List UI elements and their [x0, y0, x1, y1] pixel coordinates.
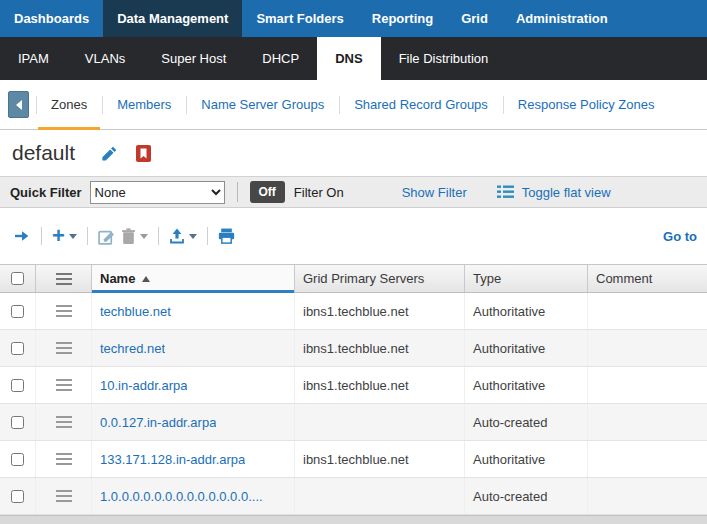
row-checkbox-cell	[0, 404, 36, 440]
subnav-dns[interactable]: DNS	[317, 37, 380, 80]
page-title: default	[12, 141, 75, 165]
nav-dashboards[interactable]: Dashboards	[0, 0, 103, 37]
row-checkbox-cell	[0, 367, 36, 403]
cell-comment	[588, 478, 707, 514]
subnav-ipam[interactable]: IPAM	[0, 37, 67, 80]
row-checkbox-cell	[0, 330, 36, 366]
column-header-name[interactable]: Name	[92, 265, 295, 292]
nav-smart-folders[interactable]: Smart Folders	[242, 0, 357, 37]
forward-arrow-button[interactable]	[13, 228, 31, 244]
goto-link[interactable]: Go to	[663, 229, 697, 244]
zone-link[interactable]: 1.0.0.0.0.0.0.0.0.0.0.0.0.0....	[100, 489, 263, 504]
edit-button[interactable]	[98, 228, 115, 245]
row-checkbox[interactable]	[11, 342, 24, 355]
row-menu-icon[interactable]	[56, 453, 72, 465]
cell-name: 0.0.127.in-addr.arpa	[92, 404, 295, 440]
subnav-dhcp[interactable]: DHCP	[244, 37, 317, 80]
row-checkbox[interactable]	[11, 379, 24, 392]
subnav-super-host[interactable]: Super Host	[143, 37, 244, 80]
export-button[interactable]	[169, 228, 197, 244]
row-checkbox-cell	[0, 478, 36, 514]
row-checkbox[interactable]	[11, 453, 24, 466]
table-row[interactable]: techred.net ibns1.techblue.net Authorita…	[0, 330, 707, 367]
row-menu-icon[interactable]	[56, 416, 72, 428]
cell-type: Authoritative	[465, 293, 588, 329]
cell-type: Authoritative	[465, 367, 588, 403]
cell-name: 1.0.0.0.0.0.0.0.0.0.0.0.0.0....	[92, 478, 295, 514]
toggle-flat-view-link[interactable]: Toggle flat view	[522, 185, 611, 200]
table-menu-icon[interactable]	[56, 273, 72, 285]
zone-link[interactable]: 0.0.127.in-addr.arpa	[100, 415, 216, 430]
table-row[interactable]: 1.0.0.0.0.0.0.0.0.0.0.0.0.0.... Auto-cre…	[0, 478, 707, 515]
row-menu-cell	[36, 478, 92, 514]
bookmark-icon[interactable]	[136, 145, 151, 162]
delete-button[interactable]	[121, 228, 148, 245]
row-checkbox-cell	[0, 293, 36, 329]
filter-toggle-button[interactable]: Off	[250, 181, 285, 203]
column-header-grid-primary-servers[interactable]: Grid Primary Servers	[295, 265, 465, 292]
tab-members[interactable]: Members	[102, 80, 186, 129]
row-checkbox[interactable]	[11, 305, 24, 318]
cell-grid-primary	[295, 478, 465, 514]
app-window: Dashboards Data Management Smart Folders…	[0, 0, 707, 524]
cell-grid-primary: ibns1.techblue.net	[295, 293, 465, 329]
show-filter-link[interactable]: Show Filter	[402, 185, 467, 200]
zone-link[interactable]: 133.171.128.in-addr.arpa	[100, 452, 245, 467]
cell-type: Auto-created	[465, 404, 588, 440]
back-arrow-icon	[16, 100, 22, 110]
row-menu-icon[interactable]	[56, 342, 72, 354]
filter-on-label: Filter On	[294, 185, 344, 200]
table-row[interactable]: 10.in-addr.arpa ibns1.techblue.net Autho…	[0, 367, 707, 404]
row-menu-icon[interactable]	[56, 379, 72, 391]
flat-view-icon[interactable]	[497, 185, 514, 199]
table-row[interactable]: 0.0.127.in-addr.arpa Auto-created	[0, 404, 707, 441]
add-button[interactable]: +	[52, 227, 77, 245]
tab-response-policy-zones[interactable]: Response Policy Zones	[503, 80, 670, 129]
row-menu-icon[interactable]	[56, 305, 72, 317]
tab-shared-record-groups[interactable]: Shared Record Groups	[339, 80, 503, 129]
export-dropdown-caret[interactable]	[189, 234, 197, 239]
cell-comment	[588, 330, 707, 366]
header-menu-cell	[36, 265, 92, 292]
row-checkbox[interactable]	[11, 416, 24, 429]
nav-administration[interactable]: Administration	[502, 0, 622, 37]
table-row[interactable]: techblue.net ibns1.techblue.net Authorit…	[0, 293, 707, 330]
secondary-nav: IPAM VLANs Super Host DHCP DNS File Dist…	[0, 37, 707, 80]
print-button[interactable]	[218, 228, 235, 244]
delete-dropdown-caret[interactable]	[140, 234, 148, 239]
column-header-comment[interactable]: Comment	[588, 265, 707, 292]
sort-ascending-icon	[142, 276, 150, 282]
nav-data-management[interactable]: Data Management	[103, 0, 242, 37]
add-icon: +	[52, 227, 65, 245]
row-menu-cell	[36, 330, 92, 366]
subnav-file-distribution[interactable]: File Distribution	[381, 37, 507, 80]
zone-link[interactable]: techred.net	[100, 341, 165, 356]
zone-link[interactable]: techblue.net	[100, 304, 171, 319]
select-all-checkbox[interactable]	[11, 272, 24, 285]
row-menu-cell	[36, 441, 92, 477]
zone-link[interactable]: 10.in-addr.arpa	[100, 378, 187, 393]
table-row[interactable]: 133.171.128.in-addr.arpa ibns1.techblue.…	[0, 441, 707, 478]
tab-zones[interactable]: Zones	[36, 80, 102, 129]
row-menu-icon[interactable]	[56, 490, 72, 502]
nav-grid[interactable]: Grid	[447, 0, 502, 37]
collapse-panel-button[interactable]	[8, 91, 29, 118]
edit-pencil-icon[interactable]	[101, 145, 118, 162]
cell-comment	[588, 293, 707, 329]
cell-comment	[588, 367, 707, 403]
row-checkbox[interactable]	[11, 490, 24, 503]
quick-filter-select[interactable]: None	[90, 181, 225, 204]
quick-filter-bar: Quick Filter None Off Filter On Show Fil…	[0, 176, 707, 208]
nav-reporting[interactable]: Reporting	[358, 0, 447, 37]
horizontal-scrollbar[interactable]	[0, 515, 707, 524]
cell-name: techblue.net	[92, 293, 295, 329]
row-menu-cell	[36, 367, 92, 403]
tab-name-server-groups[interactable]: Name Server Groups	[186, 80, 339, 129]
column-header-type[interactable]: Type	[465, 265, 588, 292]
row-checkbox-cell	[0, 441, 36, 477]
header-select-cell	[0, 265, 36, 292]
table-body: techblue.net ibns1.techblue.net Authorit…	[0, 293, 707, 515]
table-header: Name Grid Primary Servers Type Comment	[0, 264, 707, 293]
add-dropdown-caret[interactable]	[69, 234, 77, 239]
subnav-vlans[interactable]: VLANs	[67, 37, 143, 80]
